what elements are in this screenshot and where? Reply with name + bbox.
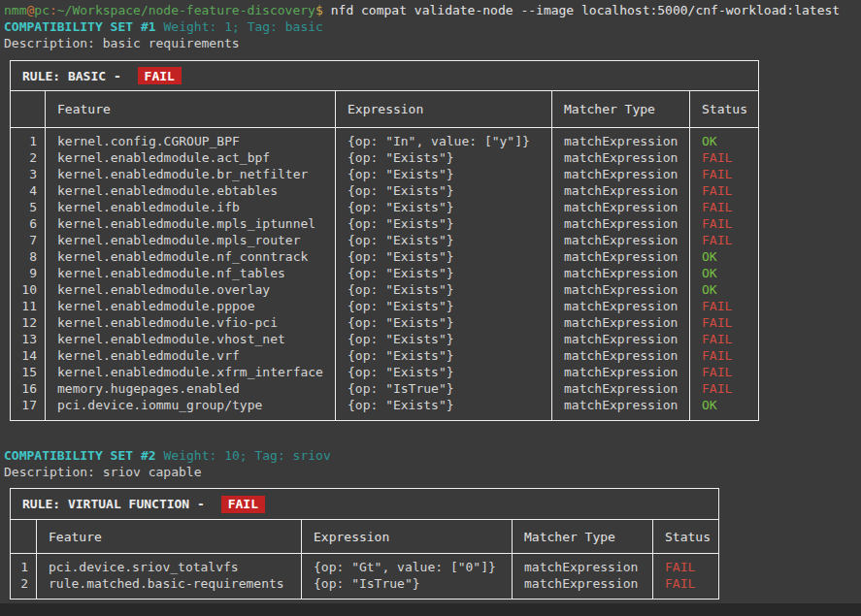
expression-cell: {op: "Exists"}	[336, 298, 551, 314]
rule-status-badge: FAIL	[221, 496, 265, 513]
prompt-dollar-sign: $	[315, 3, 323, 17]
expression-cell: {op: "Gt", value: ["0"]}	[302, 559, 512, 575]
feature-cell: kernel.enabledmodule.vrf	[46, 347, 335, 364]
matcher-cell: matchExpression	[552, 199, 689, 215]
feature-cell: rule.matched.basic-requirements	[37, 575, 301, 592]
matcher-cell: matchExpression	[513, 575, 652, 592]
matcher-cell: matchExpression	[552, 215, 689, 232]
matcher-cell: matchExpression	[552, 331, 689, 347]
compat-set-2-meta: Weight: 10; Tag: sriov	[164, 448, 331, 463]
rule-table-virtual-function: RULE: VIRTUAL FUNCTION - FAIL Feature Ex…	[10, 488, 719, 600]
expression-cell: {op: "Exists"}	[336, 248, 551, 265]
matcher-cell: matchExpression	[552, 182, 689, 199]
expression-cell: {op: "In", value: ["y"]}	[336, 133, 551, 149]
expression-cell: {op: "Exists"}	[336, 182, 551, 199]
row-number-column: 12	[11, 554, 37, 599]
n-cell: 13	[11, 331, 45, 347]
header-status: Status	[653, 520, 718, 553]
status-cell: OK	[690, 281, 758, 298]
compat-set-2-heading: COMPATIBILITY SET #2Weight: 10; Tag: sri…	[4, 447, 861, 464]
feature-cell: kernel.enabledmodule.br_netfilter	[46, 166, 335, 182]
feature-cell: kernel.enabledmodule.act_bpf	[46, 149, 335, 166]
status-cell: FAIL	[690, 182, 758, 199]
header-matcher-type: Matcher Type	[552, 91, 690, 127]
feature-cell: kernel.enabledmodule.vfio-pci	[46, 314, 335, 331]
status-column: OKFAILFAILFAILFAILFAILFAILOKOKOKFAILFAIL…	[690, 128, 758, 420]
matcher-cell: matchExpression	[552, 364, 689, 380]
expression-cell: {op: "Exists"}	[336, 215, 551, 232]
n-cell: 4	[11, 182, 45, 199]
prompt-user: nmm	[4, 3, 26, 17]
status-cell: FAIL	[690, 298, 758, 314]
feature-cell: pci.device.iommu_group/type	[46, 397, 335, 413]
feature-cell: kernel.config.CGROUP_BPF	[46, 133, 335, 149]
feature-cell: kernel.enabledmodule.ifb	[46, 199, 335, 215]
status-cell: FAIL	[690, 199, 758, 215]
status-cell: FAIL	[690, 380, 758, 397]
rule-table-basic: RULE: BASIC - FAIL Feature Expression Ma…	[10, 60, 759, 421]
header-expression: Expression	[302, 520, 513, 553]
n-cell: 3	[11, 166, 45, 182]
rule-table-body: 12 pci.device.sriov_totalvfsrule.matched…	[11, 554, 718, 599]
rule-title-row: RULE: VIRTUAL FUNCTION - FAIL	[11, 489, 718, 520]
matcher-cell: matchExpression	[552, 265, 689, 281]
compat-set-2-description: Description: sriov capable	[4, 464, 861, 480]
prompt-colon: :	[50, 3, 57, 17]
table-header-row: Feature Expression Matcher Type Status	[11, 91, 758, 128]
n-cell: 14	[11, 347, 45, 364]
status-cell: FAIL	[690, 215, 758, 232]
n-cell: 1	[11, 559, 36, 575]
status-cell: FAIL	[653, 575, 718, 592]
status-cell: FAIL	[690, 347, 758, 364]
feature-cell: memory.hugepages.enabled	[46, 380, 335, 397]
feature-column: kernel.config.CGROUP_BPFkernel.enabledmo…	[46, 128, 336, 420]
expression-cell: {op: "Exists"}	[336, 397, 551, 413]
header-expression: Expression	[336, 91, 552, 127]
matcher-cell: matchExpression	[552, 166, 689, 182]
rule-label: RULE: VIRTUAL FUNCTION -	[22, 496, 213, 512]
expression-column: {op: "In", value: ["y"]}{op: "Exists"}{o…	[336, 128, 552, 420]
expression-cell: {op: "Exists"}	[336, 281, 551, 298]
rule-table-body: 1234567891011121314151617 kernel.config.…	[11, 128, 758, 420]
status-cell: FAIL	[690, 232, 758, 248]
matcher-cell: matchExpression	[552, 232, 689, 248]
n-cell: 10	[11, 281, 45, 298]
compat-set-1-heading: COMPATIBILITY SET #1Weight: 1; Tag: basi…	[4, 18, 861, 35]
prompt-host: pc	[34, 3, 50, 17]
feature-cell: kernel.enabledmodule.overlay	[46, 281, 335, 298]
header-row-number	[11, 91, 46, 127]
rule-title-row: RULE: BASIC - FAIL	[11, 61, 758, 91]
matcher-cell: matchExpression	[552, 397, 689, 413]
header-row-number	[11, 520, 37, 553]
matcher-column: matchExpressionmatchExpression	[513, 554, 653, 599]
terminal-output: nmm@pc:~/Workspace/node-feature-discover…	[0, 0, 861, 600]
n-cell: 2	[11, 575, 36, 592]
n-cell: 5	[11, 199, 45, 215]
matcher-column: matchExpressionmatchExpressionmatchExpre…	[552, 128, 690, 420]
feature-cell: kernel.enabledmodule.mpls_iptunnel	[46, 215, 335, 232]
matcher-cell: matchExpression	[552, 281, 689, 298]
matcher-cell: matchExpression	[552, 347, 689, 364]
rule-status-badge: FAIL	[138, 67, 182, 84]
compat-set-1-description: Description: basic requirements	[4, 35, 861, 51]
feature-column: pci.device.sriov_totalvfsrule.matched.ba…	[37, 554, 302, 599]
status-cell: OK	[690, 265, 758, 281]
expression-cell: {op: "Exists"}	[336, 265, 551, 281]
feature-cell: kernel.enabledmodule.vhost_net	[46, 331, 335, 347]
expression-cell: {op: "IsTrue"}	[336, 380, 551, 397]
expression-cell: {op: "Exists"}	[336, 364, 551, 380]
expression-cell: {op: "Exists"}	[336, 347, 551, 364]
status-cell: FAIL	[690, 166, 758, 182]
status-column: FAILFAIL	[653, 554, 718, 599]
n-cell: 9	[11, 265, 45, 281]
expression-cell: {op: "Exists"}	[336, 199, 551, 215]
status-cell: FAIL	[690, 364, 758, 380]
expression-column: {op: "Gt", value: ["0"]}{op: "IsTrue"}	[302, 554, 513, 599]
compat-set-1-title: COMPATIBILITY SET #1	[4, 19, 156, 34]
status-cell: FAIL	[690, 314, 758, 331]
n-cell: 2	[11, 149, 45, 166]
status-cell: OK	[690, 397, 758, 413]
expression-cell: {op: "Exists"}	[336, 149, 551, 166]
n-cell: 6	[11, 215, 45, 232]
header-matcher-type: Matcher Type	[513, 520, 653, 553]
